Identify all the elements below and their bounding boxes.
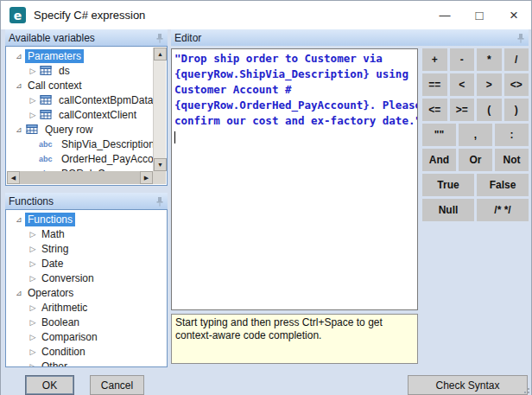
scroll-up-icon[interactable]: ▲ <box>154 48 167 61</box>
tree-item-label[interactable]: OrderHed_PayAccou <box>59 152 153 166</box>
tree-item-label[interactable]: callContextBpmData <box>56 93 153 107</box>
expand-icon[interactable]: ▷ <box>27 303 39 312</box>
operator-button-symbol[interactable]: <= <box>422 99 447 121</box>
operator-button-symbol[interactable]: /* */ <box>477 199 529 221</box>
tree-item-comparison[interactable]: ▷Comparison <box>6 329 165 344</box>
tree-item-string[interactable]: ▷String <box>6 241 165 256</box>
expand-icon[interactable]: ▷ <box>27 111 39 119</box>
window-title: Specify C# expression <box>34 9 145 22</box>
close-button[interactable]: × <box>497 1 531 29</box>
tree-item-query-row[interactable]: ⊿ Query row <box>6 122 153 137</box>
tree-item-condition[interactable]: ▷Condition <box>6 344 165 359</box>
operator-button-and[interactable]: And <box>422 149 456 171</box>
tree-item-label[interactable]: callContextClient <box>56 108 139 122</box>
operator-button-symbol[interactable]: > <box>477 73 502 96</box>
tree-item-label[interactable]: Operators <box>25 286 76 300</box>
maximize-button[interactable]: □ <box>462 1 497 29</box>
collapse-icon[interactable]: ⊿ <box>13 289 25 297</box>
tree-item-date[interactable]: ▷Date <box>6 256 165 271</box>
pin-icon[interactable] <box>155 196 164 207</box>
collapse-icon[interactable]: ⊿ <box>13 125 25 134</box>
operator-button-symbol[interactable]: ( <box>477 99 502 121</box>
operator-button-symbol[interactable]: <> <box>504 73 529 96</box>
tree-item-label[interactable]: Condition <box>39 345 88 359</box>
tree-item-label[interactable]: Call context <box>25 79 85 92</box>
expand-icon[interactable]: ▷ <box>27 245 39 253</box>
operator-button-false[interactable]: False <box>477 174 529 196</box>
operator-button-symbol[interactable]: , <box>459 124 492 146</box>
operator-button-symbol[interactable]: "" <box>422 124 456 146</box>
expand-icon[interactable]: ▷ <box>27 259 39 268</box>
tree-item-label[interactable]: Math <box>39 227 67 241</box>
ok-button[interactable]: OK <box>25 375 74 395</box>
tree-item-label[interactable]: Boolean <box>39 315 82 329</box>
operator-button-symbol[interactable]: + <box>422 48 447 71</box>
tree-item-shipvia-description[interactable]: abcShipVia_Description <box>6 137 153 151</box>
tree-item-callcontextbpmdata[interactable]: ▷ callContextBpmData <box>6 92 153 107</box>
available-variables-tree[interactable]: ⊿Parameters▷ ds⊿Call context▷ callContex… <box>5 46 168 186</box>
tree-item-boolean[interactable]: ▷Boolean <box>6 315 165 329</box>
functions-title: Functions <box>9 195 54 207</box>
expand-icon[interactable]: ▷ <box>27 67 39 75</box>
tree-item-label[interactable]: Comparison <box>39 330 100 344</box>
operator-button-true[interactable]: True <box>422 174 474 196</box>
minimize-button[interactable]: — <box>428 1 462 29</box>
operator-button-symbol[interactable]: ) <box>504 99 529 121</box>
tree-item-label[interactable]: Conversion <box>39 271 97 285</box>
functions-tree[interactable]: ⊿Functions▷Math▷String▷Date▷Conversion⊿O… <box>5 209 168 367</box>
tree-item-label[interactable]: String <box>39 242 71 256</box>
operator-button-symbol[interactable]: : <box>495 124 529 146</box>
tree-item-callcontextclient[interactable]: ▷ callContextClient <box>6 107 153 122</box>
resize-grip[interactable] <box>521 385 529 393</box>
tree-item-functions[interactable]: ⊿Functions <box>6 212 165 226</box>
tree-item-arithmetic[interactable]: ▷Arithmetic <box>6 300 165 315</box>
specify-csharp-expression-dialog: e Specify C# expression — □ × Available … <box>0 0 532 395</box>
collapse-icon[interactable]: ⊿ <box>13 81 25 90</box>
expand-icon[interactable]: ▷ <box>27 347 39 356</box>
operator-button-symbol[interactable]: - <box>450 48 475 71</box>
check-syntax-button[interactable]: Check Syntax <box>408 375 528 395</box>
expand-icon[interactable]: ▷ <box>27 96 39 105</box>
tree-item-conversion[interactable]: ▷Conversion <box>6 271 165 285</box>
tree-item-other[interactable]: ▷Other <box>6 359 165 366</box>
scroll-right-icon[interactable]: ▶ <box>140 171 153 184</box>
tree-item-label[interactable]: Arithmetic <box>39 301 90 315</box>
tree-item-orderhed-payaccou[interactable]: abcOrderHed_PayAccou <box>6 151 153 166</box>
tree-item-label[interactable]: Functions <box>25 213 75 226</box>
operator-button-symbol[interactable]: < <box>450 73 475 96</box>
operator-button-or[interactable]: Or <box>459 149 492 171</box>
expand-icon[interactable]: ▷ <box>27 274 39 283</box>
expand-icon[interactable]: ▷ <box>27 230 39 239</box>
operator-button-symbol[interactable]: >= <box>450 99 475 121</box>
operator-button-symbol[interactable]: * <box>477 48 502 71</box>
editor-header: Editor <box>171 29 529 46</box>
tree-item-parameters[interactable]: ⊿Parameters <box>6 48 153 63</box>
tree-item-ds[interactable]: ▷ ds <box>6 63 153 78</box>
tree-item-math[interactable]: ▷Math <box>6 226 165 241</box>
expand-icon[interactable]: ▷ <box>27 318 39 327</box>
tree-item-label[interactable]: Parameters <box>25 49 84 63</box>
tree-item-label[interactable]: Other <box>39 360 70 367</box>
scroll-down-icon[interactable]: ▼ <box>154 158 167 171</box>
expression-editor[interactable]: "Drop ship order to Customer via{queryRo… <box>171 48 418 310</box>
operator-button-symbol[interactable]: / <box>504 48 529 71</box>
expand-icon[interactable]: ▷ <box>27 333 39 341</box>
horizontal-scrollbar[interactable]: ◀ ▶ <box>7 171 153 184</box>
collapse-icon[interactable]: ⊿ <box>13 215 25 224</box>
tree-item-call-context[interactable]: ⊿Call context <box>6 78 153 92</box>
tree-item-label[interactable]: ds <box>56 64 73 78</box>
collapse-icon[interactable]: ⊿ <box>13 52 25 61</box>
tree-item-label[interactable]: ShipVia_Description <box>59 137 153 151</box>
scroll-left-icon[interactable]: ◀ <box>7 171 20 184</box>
expand-icon[interactable]: ▷ <box>27 362 39 367</box>
operator-button-not[interactable]: Not <box>495 149 529 171</box>
tree-item-label[interactable]: Date <box>39 257 66 271</box>
pin-icon[interactable] <box>155 33 164 43</box>
operator-button-symbol[interactable]: == <box>422 73 447 96</box>
tree-item-operators[interactable]: ⊿Operators <box>6 285 165 300</box>
tree-item-label[interactable]: Query row <box>42 123 95 137</box>
operator-button-null[interactable]: Null <box>422 199 474 221</box>
cancel-button[interactable]: Cancel <box>90 375 144 395</box>
pin-icon[interactable] <box>516 33 525 43</box>
vertical-scrollbar[interactable]: ▲ ▼ <box>153 48 166 171</box>
